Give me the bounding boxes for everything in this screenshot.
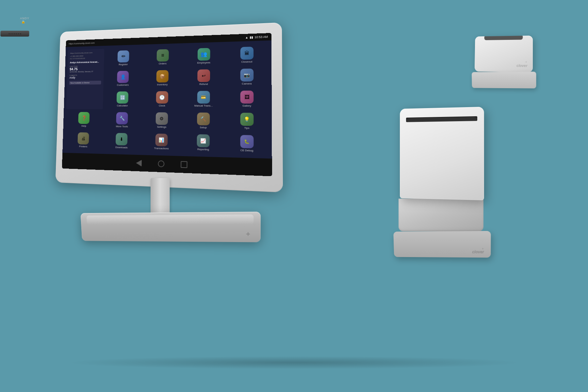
- app-orders[interactable]: ≡ Orders: [143, 46, 183, 68]
- card-reader: clover ✦: [474, 36, 536, 88]
- camera-label: Camera: [242, 82, 252, 85]
- speaker-dot: [10, 33, 11, 34]
- employees-icon: 👥: [198, 48, 210, 60]
- app-downloads[interactable]: ⬇ Downloads: [102, 131, 141, 152]
- app-refund[interactable]: ↩ Refund: [183, 67, 225, 88]
- app-employees[interactable]: 👥 Employees: [183, 45, 225, 67]
- reporting-icon: 📈: [197, 134, 209, 147]
- printer-paper-slot: [406, 116, 477, 122]
- printers-label: Printers: [79, 145, 87, 148]
- closeout-icon: 🏛: [240, 46, 253, 59]
- tips-icon: 💡: [240, 113, 253, 126]
- app-customers[interactable]: 👤 Customers: [104, 68, 142, 89]
- terminal-screen: https://community.clover.com ▲ ▮▮ 10:53 …: [62, 33, 272, 176]
- app-cedebug[interactable]: 🐛 CE Debug: [225, 132, 269, 155]
- downloads-label: Downloads: [115, 146, 128, 149]
- scene: https://community.clover.com ▲ ▮▮ 10:53 …: [33, 16, 555, 376]
- printer-base-icon: ✦: [482, 247, 484, 250]
- transactions-label: Transactions: [154, 147, 169, 150]
- customers-icon: 👤: [117, 71, 129, 83]
- status-icons: ▲ ▮▮ 10:53 AM: [245, 35, 268, 39]
- printer-base: clover ✦: [393, 231, 491, 258]
- transactions-icon: 📊: [155, 134, 168, 146]
- rp-merchant: Andys Astronomical Avacad...: [70, 61, 102, 64]
- app-inventory[interactable]: 📦 Inventory: [142, 68, 182, 89]
- battery-icon: ▮▮: [250, 36, 253, 39]
- printers-icon: 🖨: [78, 132, 89, 144]
- app-help[interactable]: ❓ Help: [66, 110, 103, 130]
- app-reporting[interactable]: 📈 Reporting: [182, 132, 224, 154]
- app-setup[interactable]: 🔨 Setup: [183, 110, 224, 132]
- orders-label: Orders: [159, 62, 167, 65]
- settings-icon: ⚙: [155, 112, 168, 124]
- refund-icon: ↩: [197, 69, 210, 82]
- gallery-label: Gallery: [242, 105, 251, 107]
- app-grid: ✏ Register ≡ Orders 👥 Em: [62, 41, 272, 159]
- card-reader-logo-icon: ✦: [525, 60, 527, 63]
- inventory-icon: 📦: [156, 70, 169, 82]
- right-panel-placeholder: https://community.clover.com +1 000-000-…: [66, 49, 104, 109]
- tips-label: Tips: [244, 127, 250, 130]
- app-manual[interactable]: 💳 Manual Trans...: [183, 89, 225, 110]
- register-icon: ✏: [118, 50, 129, 62]
- terminal-speaker: [0, 31, 29, 37]
- help-label: Help: [81, 125, 86, 128]
- manual-label: Manual Trans...: [194, 105, 213, 107]
- cedebug-icon: 🐛: [240, 135, 253, 148]
- rp-loggedin-user: Andy: [69, 76, 101, 79]
- speaker-dot: [16, 33, 17, 34]
- app-printers[interactable]: 🖨 Printers: [65, 130, 102, 151]
- app-transactions[interactable]: 📊 Transactions: [141, 131, 182, 153]
- card-reader-logo: clover: [516, 63, 527, 68]
- clover-plus-symbol: +: [246, 230, 250, 238]
- terminal-base: +: [80, 212, 261, 242]
- home-button[interactable]: [158, 160, 164, 167]
- app-grid-area: ✏ Register ≡ Orders 👥 Em: [62, 41, 272, 159]
- speaker-dot: [20, 33, 21, 34]
- settings-label: Settings: [157, 126, 167, 129]
- moretools-label: More Tools: [116, 125, 128, 128]
- printer-top-body: [400, 107, 484, 200]
- manual-icon: 💳: [197, 91, 210, 104]
- terminal-neck: [151, 178, 170, 218]
- card-reader-body: clover ✦: [475, 36, 533, 73]
- clock-label: Clock: [159, 105, 165, 107]
- rp-url: https://community.clover.com: [70, 51, 102, 54]
- clock-icon: 🕐: [156, 91, 168, 104]
- time-display: 10:53 AM: [254, 35, 268, 39]
- refund-label: Refund: [199, 83, 208, 86]
- speaker-dot: [8, 33, 9, 34]
- base-shine: [87, 214, 254, 225]
- card-reader-slot: [484, 36, 523, 40]
- speaker-dot: [14, 33, 15, 34]
- recents-button[interactable]: [181, 161, 187, 168]
- rp-lastorder-time: 10:53 AM, Monday January 27: [70, 70, 101, 73]
- gallery-icon: 🖼: [240, 90, 253, 104]
- app-settings[interactable]: ⚙ Settings: [142, 110, 182, 131]
- printer-lower-body: [399, 199, 483, 231]
- moretools-icon: 🔧: [116, 112, 128, 124]
- app-calculator[interactable]: 🔢 Calculator: [103, 89, 142, 109]
- help-icon: ❓: [78, 112, 90, 124]
- lock-icon: 🔒: [21, 20, 25, 24]
- reporting-label: Reporting: [197, 148, 209, 151]
- app-moretools[interactable]: 🔧 More Tools: [103, 110, 142, 130]
- wifi-icon: ▲: [245, 36, 248, 40]
- bottom-user-bar: ANDY 🔒: [20, 16, 29, 24]
- rp-available-badge: Now Available on Device: [69, 81, 101, 85]
- closeout-label: Closeout: [241, 60, 253, 64]
- app-camera[interactable]: 📷 Camera: [225, 66, 269, 88]
- app-gallery[interactable]: 🖼 Gallery: [225, 88, 269, 110]
- calculator-icon: 🔢: [117, 91, 128, 103]
- receipt-printer: clover ✦: [399, 108, 490, 257]
- employees-label: Employees: [197, 61, 210, 65]
- back-button[interactable]: [136, 160, 142, 167]
- app-clock[interactable]: 🕐 Clock: [142, 89, 182, 109]
- cedebug-label: CE Debug: [240, 149, 253, 152]
- app-tips[interactable]: 💡 Tips: [225, 110, 269, 132]
- app-register[interactable]: ✏ Register: [104, 48, 142, 68]
- rp-mid: RC72T0000000009: [70, 57, 102, 60]
- app-closeout[interactable]: 🏛 Closeout: [225, 44, 269, 66]
- card-reader-base: [472, 72, 536, 88]
- username-display: ANDY: [20, 17, 29, 20]
